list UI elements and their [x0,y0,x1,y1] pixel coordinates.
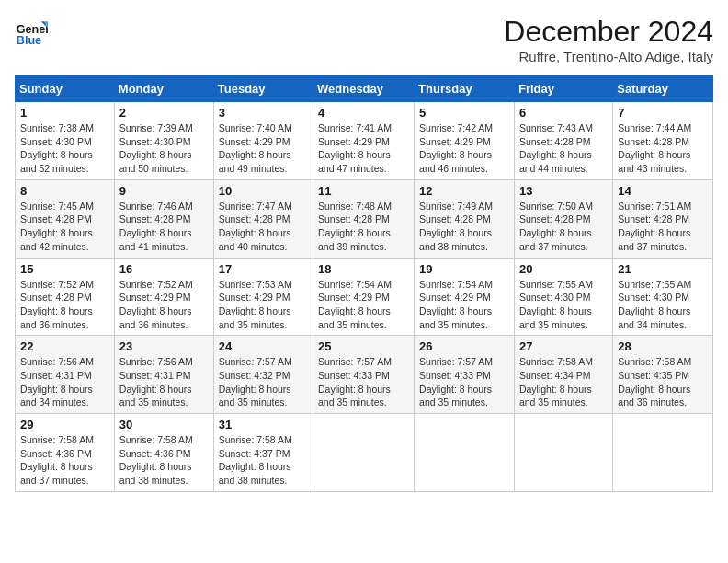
day-info: Sunrise: 7:46 AMSunset: 4:28 PMDaylight:… [119,200,209,254]
week-row-4: 29Sunrise: 7:58 AMSunset: 4:36 PMDayligh… [16,414,713,492]
calendar-cell [514,414,612,492]
calendar-cell: 25Sunrise: 7:57 AMSunset: 4:33 PMDayligh… [313,336,415,414]
day-number: 26 [419,339,509,353]
day-number: 16 [119,262,209,276]
day-number: 23 [119,339,209,353]
day-info: Sunrise: 7:50 AMSunset: 4:28 PMDaylight:… [519,200,608,254]
week-row-3: 22Sunrise: 7:56 AMSunset: 4:31 PMDayligh… [16,336,713,414]
logo: General Blue [15,15,48,48]
calendar-cell: 9Sunrise: 7:46 AMSunset: 4:28 PMDaylight… [114,179,213,258]
calendar-cell: 10Sunrise: 7:47 AMSunset: 4:28 PMDayligh… [213,179,313,258]
day-number: 12 [419,184,509,198]
calendar-cell: 29Sunrise: 7:58 AMSunset: 4:36 PMDayligh… [16,414,115,492]
day-number: 31 [219,418,308,431]
column-header-thursday: Thursday [415,76,515,102]
day-number: 19 [419,262,509,276]
calendar-cell: 27Sunrise: 7:58 AMSunset: 4:34 PMDayligh… [514,336,612,414]
calendar-cell: 13Sunrise: 7:50 AMSunset: 4:28 PMDayligh… [514,179,612,258]
day-info: Sunrise: 7:48 AMSunset: 4:28 PMDaylight:… [318,200,409,254]
day-number: 3 [219,106,308,120]
header-row: SundayMondayTuesdayWednesdayThursdayFrid… [16,76,713,102]
month-title: December 2024 [504,15,713,49]
calendar-cell [613,414,713,492]
calendar-cell: 18Sunrise: 7:54 AMSunset: 4:29 PMDayligh… [313,258,415,336]
day-info: Sunrise: 7:58 AMSunset: 4:34 PMDaylight:… [519,355,608,409]
calendar-cell: 21Sunrise: 7:55 AMSunset: 4:30 PMDayligh… [613,258,713,336]
day-number: 9 [119,184,209,198]
day-info: Sunrise: 7:54 AMSunset: 4:29 PMDaylight:… [419,278,509,332]
calendar-cell: 30Sunrise: 7:58 AMSunset: 4:36 PMDayligh… [114,414,213,492]
day-info: Sunrise: 7:45 AMSunset: 4:28 PMDaylight:… [20,200,109,254]
column-header-monday: Monday [114,76,213,102]
column-header-friday: Friday [514,76,612,102]
column-header-sunday: Sunday [16,76,115,102]
day-number: 4 [318,106,409,120]
page-header: General Blue December 2024 Ruffre, Trent… [15,15,713,64]
day-info: Sunrise: 7:58 AMSunset: 4:35 PMDaylight:… [618,355,708,409]
day-number: 10 [219,184,308,198]
day-number: 14 [618,184,708,198]
day-info: Sunrise: 7:58 AMSunset: 4:37 PMDaylight:… [219,433,308,488]
day-info: Sunrise: 7:49 AMSunset: 4:28 PMDaylight:… [419,200,509,254]
logo-icon: General Blue [15,15,48,48]
day-number: 2 [119,106,209,120]
calendar-cell: 8Sunrise: 7:45 AMSunset: 4:28 PMDaylight… [16,179,115,258]
day-info: Sunrise: 7:53 AMSunset: 4:29 PMDaylight:… [219,278,308,332]
calendar-cell: 6Sunrise: 7:43 AMSunset: 4:28 PMDaylight… [514,102,612,180]
day-info: Sunrise: 7:52 AMSunset: 4:28 PMDaylight:… [20,278,109,332]
day-number: 20 [519,262,608,276]
calendar-cell: 20Sunrise: 7:55 AMSunset: 4:30 PMDayligh… [514,258,612,336]
calendar-cell: 28Sunrise: 7:58 AMSunset: 4:35 PMDayligh… [613,336,713,414]
day-number: 5 [419,106,509,120]
day-info: Sunrise: 7:42 AMSunset: 4:29 PMDaylight:… [419,121,509,176]
day-info: Sunrise: 7:55 AMSunset: 4:30 PMDaylight:… [618,278,708,332]
day-info: Sunrise: 7:57 AMSunset: 4:33 PMDaylight:… [419,355,509,409]
column-header-wednesday: Wednesday [313,76,415,102]
day-info: Sunrise: 7:44 AMSunset: 4:28 PMDaylight:… [618,121,708,176]
calendar-cell: 22Sunrise: 7:56 AMSunset: 4:31 PMDayligh… [16,336,115,414]
calendar-cell: 2Sunrise: 7:39 AMSunset: 4:30 PMDaylight… [114,102,213,180]
day-number: 22 [20,339,109,353]
calendar-cell [415,414,515,492]
day-number: 11 [318,184,409,198]
calendar-cell [313,414,415,492]
calendar-cell: 4Sunrise: 7:41 AMSunset: 4:29 PMDaylight… [313,102,415,180]
day-number: 28 [618,339,708,353]
day-info: Sunrise: 7:57 AMSunset: 4:32 PMDaylight:… [219,355,308,409]
day-info: Sunrise: 7:41 AMSunset: 4:29 PMDaylight:… [318,121,409,176]
day-info: Sunrise: 7:58 AMSunset: 4:36 PMDaylight:… [119,433,209,488]
day-number: 13 [519,184,608,198]
title-block: December 2024 Ruffre, Trentino-Alto Adig… [504,15,713,64]
day-info: Sunrise: 7:56 AMSunset: 4:31 PMDaylight:… [119,355,209,409]
day-number: 17 [219,262,308,276]
day-number: 1 [20,106,109,120]
day-number: 8 [20,184,109,198]
day-number: 18 [318,262,409,276]
day-number: 27 [519,339,608,353]
day-number: 6 [519,106,608,120]
day-info: Sunrise: 7:39 AMSunset: 4:30 PMDaylight:… [119,121,209,176]
day-info: Sunrise: 7:38 AMSunset: 4:30 PMDaylight:… [20,121,109,176]
week-row-1: 8Sunrise: 7:45 AMSunset: 4:28 PMDaylight… [16,179,713,258]
day-info: Sunrise: 7:51 AMSunset: 4:28 PMDaylight:… [618,200,708,254]
week-row-2: 15Sunrise: 7:52 AMSunset: 4:28 PMDayligh… [16,258,713,336]
calendar-cell: 1Sunrise: 7:38 AMSunset: 4:30 PMDaylight… [16,102,115,180]
calendar-cell: 26Sunrise: 7:57 AMSunset: 4:33 PMDayligh… [415,336,515,414]
calendar-cell: 24Sunrise: 7:57 AMSunset: 4:32 PMDayligh… [213,336,313,414]
day-number: 24 [219,339,308,353]
day-info: Sunrise: 7:55 AMSunset: 4:30 PMDaylight:… [519,278,608,332]
calendar-cell: 19Sunrise: 7:54 AMSunset: 4:29 PMDayligh… [415,258,515,336]
day-number: 30 [119,418,209,431]
day-number: 21 [618,262,708,276]
calendar-cell: 14Sunrise: 7:51 AMSunset: 4:28 PMDayligh… [613,179,713,258]
calendar-cell: 31Sunrise: 7:58 AMSunset: 4:37 PMDayligh… [213,414,313,492]
calendar-cell: 23Sunrise: 7:56 AMSunset: 4:31 PMDayligh… [114,336,213,414]
calendar-cell: 17Sunrise: 7:53 AMSunset: 4:29 PMDayligh… [213,258,313,336]
calendar-cell: 15Sunrise: 7:52 AMSunset: 4:28 PMDayligh… [16,258,115,336]
calendar-table: SundayMondayTuesdayWednesdayThursdayFrid… [15,75,713,492]
day-info: Sunrise: 7:57 AMSunset: 4:33 PMDaylight:… [318,355,409,409]
day-info: Sunrise: 7:54 AMSunset: 4:29 PMDaylight:… [318,278,409,332]
week-row-0: 1Sunrise: 7:38 AMSunset: 4:30 PMDaylight… [16,102,713,180]
calendar-cell: 5Sunrise: 7:42 AMSunset: 4:29 PMDaylight… [415,102,515,180]
column-header-tuesday: Tuesday [213,76,313,102]
